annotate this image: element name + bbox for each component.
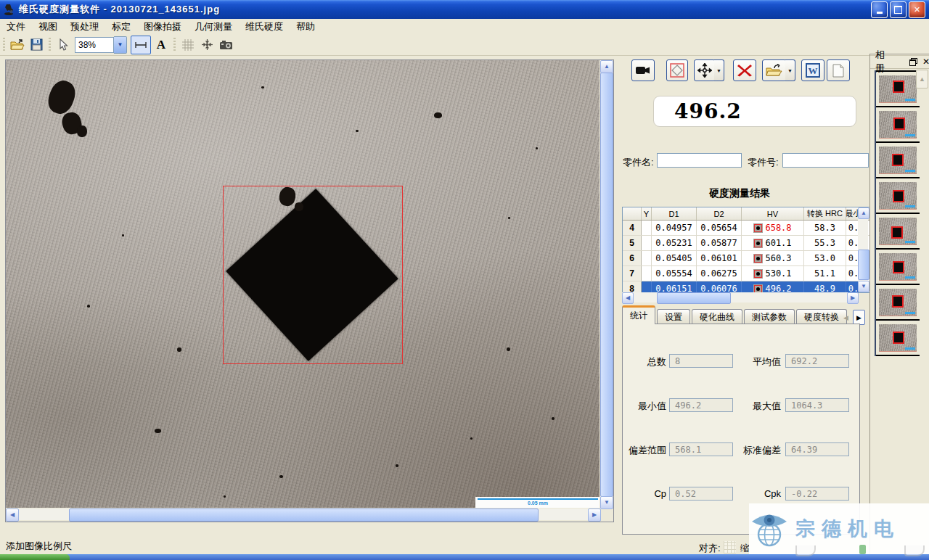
table-scroll-left-button[interactable]: ◀ <box>622 292 634 304</box>
stat-label-偏差范围: 偏差范围 <box>624 444 666 457</box>
cell-y <box>642 236 652 250</box>
tab-测试参数[interactable]: 测试参数 <box>744 309 795 324</box>
thumbnail-indent-mark <box>892 154 904 166</box>
capture-image-button[interactable] <box>631 59 655 81</box>
table-scroll-down-button[interactable]: ▼ <box>858 281 869 292</box>
float-window-icon[interactable] <box>909 58 917 65</box>
menu-item[interactable]: 预处理 <box>64 19 105 35</box>
cursor-tool-button[interactable] <box>54 36 72 54</box>
text-tool-button[interactable]: A <box>152 36 170 54</box>
cell-hrc: 53.0 <box>804 251 846 265</box>
table-row[interactable]: 80.061510.06076496.248.90. <box>623 281 869 293</box>
menu-item[interactable]: 标定 <box>105 19 137 35</box>
window-titlebar: 维氏硬度测量软件 - 20130721_143651.jpg ✕ <box>0 0 929 19</box>
speck <box>470 437 472 440</box>
table-v-thumb[interactable] <box>858 250 869 280</box>
thumbnail-indent-mark <box>892 295 904 308</box>
cell-y <box>642 266 652 281</box>
tab-设置[interactable]: 设置 <box>657 309 690 324</box>
album-thumbnail[interactable] <box>876 285 920 321</box>
album-thumbnail[interactable] <box>876 107 920 143</box>
table-scroll-up-button[interactable]: ▲ <box>858 207 869 219</box>
row-header: 5 <box>623 236 642 250</box>
table-row[interactable]: 60.054050.06101560.353.00. <box>623 251 869 266</box>
album-thumbnail[interactable] <box>876 321 920 356</box>
scroll-up-button[interactable]: ▲ <box>600 60 613 73</box>
measure-tool-button[interactable] <box>131 36 151 54</box>
part-name-input[interactable] <box>657 153 742 168</box>
cell-d2: 0.05654 <box>697 221 742 235</box>
menu-item[interactable]: 几何测量 <box>188 19 239 35</box>
tab-硬化曲线[interactable]: 硬化曲线 <box>692 309 742 324</box>
table-scroll-right-button[interactable]: ▶ <box>847 292 859 304</box>
menu-item[interactable]: 帮助 <box>290 19 322 35</box>
move-indent-dropdown[interactable]: ▼ <box>714 59 724 81</box>
thumbnail-indent-mark <box>893 118 905 130</box>
scalebar-label: 0.05 mm <box>475 501 599 506</box>
specimen-image[interactable]: 0.05 mm <box>6 60 599 508</box>
tab-strip: 统计设置硬化曲线测试参数硬度转换 <box>622 308 840 324</box>
hv-value: 601.1 <box>765 238 791 248</box>
delete-indent-button[interactable] <box>733 59 756 81</box>
svg-text:W: W <box>809 65 818 76</box>
scroll-left-button[interactable]: ◀ <box>6 508 19 522</box>
move-indent-button[interactable] <box>694 59 716 81</box>
speck <box>507 347 510 351</box>
speck <box>552 417 554 420</box>
scroll-down-button[interactable]: ▼ <box>600 496 613 509</box>
import-image-button[interactable] <box>762 59 787 81</box>
cell-d1: 0.05405 <box>652 251 697 265</box>
camera-tool-button[interactable] <box>217 36 234 54</box>
table-row[interactable]: 70.055540.06275530.151.10. <box>623 266 869 281</box>
align-grid-icon[interactable] <box>724 541 736 553</box>
zoom-combobox[interactable]: 38% <box>75 37 114 53</box>
zoom-dropdown-button[interactable]: ▼ <box>114 36 127 54</box>
cell-hrc: 55.3 <box>804 236 846 250</box>
menu-item[interactable]: 文件 <box>0 19 32 35</box>
import-image-dropdown[interactable]: ▼ <box>785 59 795 81</box>
new-report-button[interactable] <box>827 59 850 81</box>
menu-item[interactable]: 维氏硬度 <box>239 19 290 35</box>
row-header: 6 <box>623 251 642 265</box>
minimize-button[interactable] <box>871 1 888 18</box>
table-row[interactable]: 50.052310.05877601.155.30. <box>623 236 869 251</box>
speck <box>261 86 264 88</box>
album-thumbnail[interactable] <box>876 214 920 250</box>
tab-硬度转换[interactable]: 硬度转换 <box>796 309 847 324</box>
album-thumbnail[interactable] <box>876 70 920 107</box>
speck <box>279 475 283 478</box>
tab-统计[interactable]: 统计 <box>622 305 655 324</box>
grid-tool-button[interactable] <box>179 36 197 54</box>
viewer-h-scrollbar[interactable]: ◀ ▶ <box>6 508 599 520</box>
maximize-button[interactable] <box>890 1 907 18</box>
part-no-input[interactable] <box>782 153 869 168</box>
v-scroll-thumb[interactable] <box>600 73 613 497</box>
table-row[interactable]: 40.049570.05654658.858.30. <box>623 221 869 236</box>
table-v-scrollbar[interactable]: ▲ ▼ <box>858 207 868 291</box>
tab-scroll-left-button[interactable]: ◀ <box>840 310 851 324</box>
menu-item[interactable]: 图像拍摄 <box>137 19 188 35</box>
hv-value: 560.3 <box>765 253 791 263</box>
save-button[interactable] <box>28 36 45 54</box>
album-scroll-up-button[interactable]: ▲ <box>916 70 928 88</box>
album-thumbnail[interactable] <box>876 178 920 214</box>
detect-indent-button[interactable] <box>666 59 688 81</box>
close-button[interactable]: ✕ <box>909 1 925 18</box>
scroll-right-button[interactable]: ▶ <box>588 508 601 522</box>
zoom-value: 38% <box>78 40 96 50</box>
table-h-scrollbar[interactable]: ◀ ▶ <box>622 292 857 302</box>
album-thumbnail[interactable] <box>876 143 920 178</box>
export-word-button[interactable]: W <box>801 59 824 81</box>
menu-item[interactable]: 视图 <box>32 19 64 35</box>
h-scroll-thumb[interactable] <box>69 508 539 522</box>
table-h-thumb[interactable] <box>657 292 731 304</box>
album-thumbnail[interactable] <box>876 250 920 285</box>
cell-d1: 0.04957 <box>652 221 697 235</box>
open-button[interactable] <box>9 36 26 54</box>
viewer-v-scrollbar[interactable]: ▲ ▼ <box>600 60 612 508</box>
stat-label-最小值: 最小值 <box>624 400 666 413</box>
tab-scroll-right-button[interactable]: ▶ <box>853 310 865 325</box>
cell-hv: 496.2 <box>742 281 804 293</box>
center-align-tool-button[interactable] <box>198 36 216 54</box>
album-close-icon[interactable]: ✕ <box>922 57 929 66</box>
